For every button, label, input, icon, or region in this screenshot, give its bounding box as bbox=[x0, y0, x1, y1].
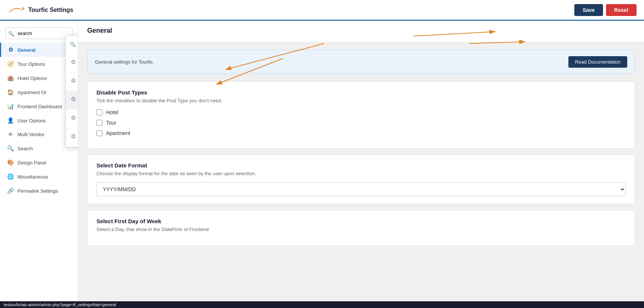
dropdown-item-icon-3: ⚙ bbox=[71, 114, 76, 121]
nav-label-design-panel: Design Panel bbox=[18, 160, 46, 166]
select-date-format-title: Select Date Format bbox=[96, 162, 626, 169]
nav-icon-apartment-or: 🏠 bbox=[7, 89, 14, 96]
info-banner: General settings for Tourfic. Read Docum… bbox=[87, 50, 635, 74]
nav-icon-frontend-dashboard: 📊 bbox=[7, 103, 14, 110]
select-first-day-title: Select First Day of Week bbox=[96, 218, 626, 224]
select-date-format-card: Select Date Format Choose the display fo… bbox=[87, 154, 635, 204]
nav-label-apartment-or: Apartment Or bbox=[18, 90, 47, 95]
dropdown-item-2[interactable]: ⚙ Archive & Search Result Banner Image G… bbox=[66, 91, 78, 110]
dropdown-item-icon-1: ⚙ bbox=[71, 77, 76, 84]
sidebar-search-wrapper: 🔍 🔍 ⚙ Archive & Search Result Banner Ima… bbox=[0, 24, 78, 43]
page-title: General bbox=[87, 27, 635, 35]
status-bar: testourfic/wp-admin/admin.php?page=tf_se… bbox=[0, 301, 644, 308]
read-docs-button[interactable]: Read Documentation bbox=[568, 56, 627, 68]
logo-text: Tourfic Settings bbox=[28, 7, 73, 13]
nav-icon-user-options: 👤 bbox=[7, 117, 14, 124]
checkbox-hotel[interactable] bbox=[96, 109, 102, 115]
nav-icon-tour-options: 🧭 bbox=[7, 61, 14, 67]
nav-icon-permalink-settings: 🔗 bbox=[7, 187, 14, 194]
logo-arrow-icon bbox=[7, 6, 26, 14]
sidebar-search-icon: 🔍 bbox=[8, 31, 14, 36]
info-banner-text: General settings for Tourfic. bbox=[95, 59, 154, 65]
checkbox-row-apartment: Apartment bbox=[96, 130, 626, 136]
dropdown-items: ⚙ Archive & Search Result Banner Image G… bbox=[66, 54, 78, 147]
nav-label-multi-vendor: Multi Vendor bbox=[18, 132, 44, 137]
main-content: General General settings for Tourfic. Re… bbox=[78, 21, 644, 308]
dropdown-item-0[interactable]: ⚙ Archive & Search Result Banner Image G… bbox=[66, 54, 78, 73]
checkbox-row-hotel: Hotel bbox=[96, 109, 626, 115]
dropdown-item-icon-2: ⚙ bbox=[71, 96, 76, 103]
nav-icon-miscellaneous: 🌐 bbox=[7, 173, 14, 180]
sidebar-item-miscellaneous[interactable]: 🌐 Miscellaneous bbox=[0, 170, 78, 184]
app-header: Tourfic Settings Save Reset bbox=[0, 0, 644, 21]
date-format-select[interactable]: YYYY/MM/DDDD/MM/YYYYMM/DD/YYYY bbox=[96, 182, 626, 196]
checkbox-label-tour: Tour bbox=[106, 120, 116, 126]
status-url: testourfic/wp-admin/admin.php?page=tf_se… bbox=[4, 302, 116, 307]
sidebar-item-permalink-settings[interactable]: 🔗 Permalink Settings bbox=[0, 184, 78, 198]
nav-icon-multi-vendor: 👁 bbox=[7, 131, 14, 138]
search-dropdown: 🔍 ⚙ Archive & Search Result Banner Image… bbox=[65, 35, 78, 147]
dropdown-item-4[interactable]: ⚙ Archive & Search Result Banner Image G… bbox=[66, 128, 78, 147]
checkbox-label-hotel: Hotel bbox=[106, 109, 118, 115]
nav-label-hotel-options: Hotel Options bbox=[18, 76, 47, 81]
nav-icon-general: ⚙ bbox=[7, 46, 14, 53]
reset-button[interactable]: Reset bbox=[606, 4, 637, 16]
save-button[interactable]: Save bbox=[574, 4, 603, 16]
sidebar-search-input[interactable] bbox=[5, 28, 73, 39]
disable-post-types-desc: Tick the checkbox to disable the Post Ty… bbox=[96, 98, 626, 103]
checkbox-row-tour: Tour bbox=[96, 120, 626, 126]
dropdown-item-1[interactable]: ⚙ Select Archive & Search Result Templat… bbox=[66, 73, 78, 91]
header-actions: Save Reset bbox=[574, 4, 637, 16]
nav-label-miscellaneous: Miscellaneous bbox=[18, 174, 48, 180]
nav-icon-hotel-options: 🏨 bbox=[7, 75, 14, 81]
disable-post-types-card: Disable Post Types Tick the checkbox to … bbox=[87, 81, 635, 148]
dropdown-search-row: 🔍 bbox=[66, 35, 78, 54]
checkbox-tour[interactable] bbox=[96, 120, 102, 126]
nav-label-user-options: User Options bbox=[18, 118, 46, 123]
dropdown-item-icon-4: ⚙ bbox=[71, 133, 76, 140]
nav-label-search: Search bbox=[18, 146, 33, 151]
page-header: General bbox=[78, 21, 644, 42]
checkbox-apartment[interactable] bbox=[96, 130, 102, 136]
app-logo: Tourfic Settings bbox=[7, 6, 73, 14]
nav-label-general: General bbox=[18, 47, 35, 53]
nav-label-tour-options: Tour Options bbox=[18, 61, 45, 67]
nav-icon-search: 🔍 bbox=[7, 145, 14, 152]
dropdown-item-3[interactable]: ⚙ Select Archive & Search Result Templat… bbox=[66, 110, 78, 128]
select-date-format-desc: Choose the display format for the date a… bbox=[96, 171, 626, 176]
nav-label-frontend-dashboard: Frontend Dashboard bbox=[18, 104, 62, 109]
dropdown-search-icon: 🔍 bbox=[70, 42, 76, 47]
nav-label-permalink-settings: Permalink Settings bbox=[18, 188, 58, 194]
sidebar-item-design-panel[interactable]: 🎨 Design Panel bbox=[0, 155, 78, 170]
nav-icon-design-panel: 🎨 bbox=[7, 159, 14, 166]
post-type-checkboxes: Hotel Tour Apartment bbox=[96, 109, 626, 136]
checkbox-label-apartment: Apartment bbox=[106, 130, 130, 136]
main-layout: 🔍 🔍 ⚙ Archive & Search Result Banner Ima… bbox=[0, 21, 644, 308]
dropdown-item-icon-0: ⚙ bbox=[71, 58, 76, 65]
select-first-day-card: Select First Day of Week Select a Day, t… bbox=[87, 210, 635, 246]
content-area: General settings for Tourfic. Read Docum… bbox=[78, 42, 644, 259]
sidebar: 🔍 🔍 ⚙ Archive & Search Result Banner Ima… bbox=[0, 21, 78, 308]
disable-post-types-title: Disable Post Types bbox=[96, 89, 626, 96]
select-first-day-desc: Select a Day, that show in the DatePickr… bbox=[96, 227, 626, 232]
